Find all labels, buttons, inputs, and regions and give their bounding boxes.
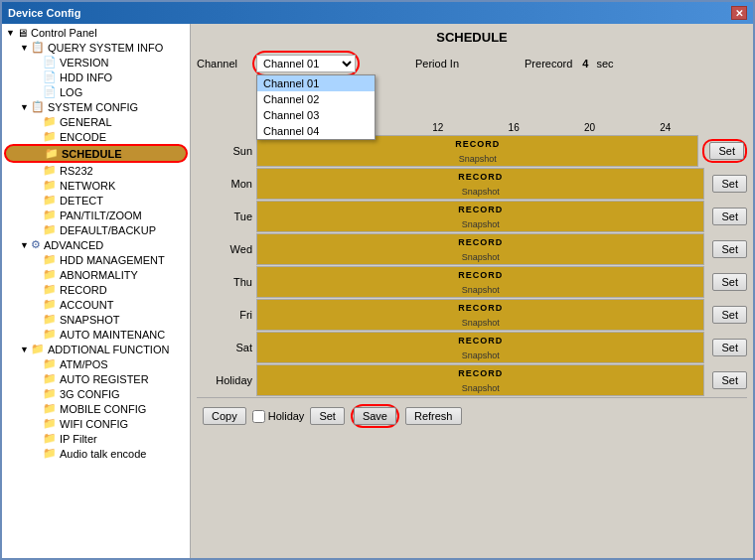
sidebar-item-rs232[interactable]: 📁 RS232 xyxy=(4,163,188,178)
day-row-thu: ThuRECORDSnapshotSet xyxy=(197,266,747,298)
snapshot-label-sat: Snapshot xyxy=(257,348,703,362)
bottom-set-button[interactable]: Set xyxy=(310,407,345,425)
snapshot-label-thu: Snapshot xyxy=(257,282,703,297)
refresh-button[interactable]: Refresh xyxy=(405,407,462,425)
record-label-sat: RECORD xyxy=(257,333,703,348)
day-label-sun: Sun xyxy=(197,145,256,157)
save-button[interactable]: Save xyxy=(354,407,396,425)
ruler-20: 20 xyxy=(551,122,627,133)
set-button-tue[interactable]: Set xyxy=(712,208,747,225)
set-btn-wrapper-sat: Set xyxy=(708,339,747,356)
day-label-tue: Tue xyxy=(197,210,256,222)
sidebar-item-ip-filter[interactable]: 📁 IP Filter xyxy=(4,431,188,446)
record-label-tue: RECORD xyxy=(257,202,703,216)
sidebar-item-hdd-management[interactable]: 📁 HDD MANAGEMENT xyxy=(4,252,188,267)
snapshot-bar-mon: Snapshot xyxy=(257,184,703,199)
set-btn-wrapper-holiday: Set xyxy=(708,371,747,389)
day-row-sat: SatRECORDSnapshotSet xyxy=(197,332,747,363)
record-label-fri: RECORD xyxy=(257,300,703,315)
sidebar-item-record[interactable]: 📁 RECORD xyxy=(4,282,188,297)
sidebar-item-atm-pos[interactable]: 📁 ATM/POS xyxy=(4,356,188,371)
sidebar-item-hdd-info[interactable]: 📄 HDD INFO xyxy=(4,70,188,84)
sidebar: ▼ 🖥 Control Panel ▼ 📋 QUERY SYSTEM INFO … xyxy=(2,24,191,558)
set-button-mon[interactable]: Set xyxy=(712,175,747,193)
record-label-holiday: RECORD xyxy=(257,365,703,380)
set-button-sun[interactable]: Set xyxy=(709,142,744,160)
snapshot-bar-fri: Snapshot xyxy=(257,315,703,330)
titlebar: Device Config ✕ xyxy=(2,2,753,24)
snapshot-label-holiday: Snapshot xyxy=(257,380,703,395)
day-bars-tue: RECORDSnapshot xyxy=(256,201,704,232)
ruler-12: 12 xyxy=(400,122,476,133)
sidebar-item-network[interactable]: 📁 NETWORK xyxy=(4,178,188,193)
close-button[interactable]: ✕ xyxy=(731,6,747,20)
day-row-fri: FriRECORDSnapshotSet xyxy=(197,299,747,331)
record-bar-sat: RECORD xyxy=(257,333,703,348)
sidebar-root[interactable]: ▼ 🖥 Control Panel xyxy=(4,26,188,40)
day-label-wed: Wed xyxy=(197,243,256,255)
day-row-holiday: HolidayRECORDSnapshotSet xyxy=(197,364,747,396)
channel-select[interactable]: Channel 01 Channel 02 Channel 03 Channel… xyxy=(256,55,356,72)
sidebar-item-mobile-config[interactable]: 📁 MOBILE CONFIG xyxy=(4,401,188,416)
dropdown-channel01[interactable]: Channel 01 xyxy=(257,75,375,91)
sidebar-item-audio-talk-encode[interactable]: 📁 Audio talk encode xyxy=(4,446,188,461)
sidebar-item-auto-maintenance[interactable]: 📁 AUTO MAINTENANC xyxy=(4,327,188,342)
prerecord-unit: sec xyxy=(596,58,613,70)
sidebar-item-account[interactable]: 📁 ACCOUNT xyxy=(4,297,188,312)
set-btn-wrapper-fri: Set xyxy=(708,306,747,324)
holiday-label: Holiday xyxy=(268,410,305,422)
channel-row: Channel Channel 01 Channel 02 Channel 03… xyxy=(197,51,747,76)
sidebar-item-version[interactable]: 📄 VERSION xyxy=(4,55,188,70)
set-button-sat[interactable]: Set xyxy=(712,339,747,356)
set-button-holiday[interactable]: Set xyxy=(712,371,747,389)
snapshot-bar-holiday: Snapshot xyxy=(257,380,703,395)
schedule-title: SCHEDULE xyxy=(197,30,747,45)
sidebar-item-auto-register[interactable]: 📁 AUTO REGISTER xyxy=(4,371,188,386)
period-label: Period In xyxy=(415,58,459,70)
snapshot-label-sun: Snapshot xyxy=(257,151,697,166)
prerecord-label: Prerecord xyxy=(525,58,572,70)
sidebar-item-abnormality[interactable]: 📁 ABNORMALITY xyxy=(4,267,188,282)
sidebar-root-label: Control Panel xyxy=(31,27,97,39)
sidebar-item-pan-tilt-zoom[interactable]: 📁 PAN/TILT/ZOOM xyxy=(4,208,188,222)
dropdown-channel04[interactable]: Channel 04 xyxy=(257,123,375,139)
copy-button[interactable]: Copy xyxy=(203,407,246,425)
set-button-thu[interactable]: Set xyxy=(712,273,747,291)
sidebar-item-log[interactable]: 📄 LOG xyxy=(4,84,188,99)
snapshot-label-fri: Snapshot xyxy=(257,315,703,330)
sidebar-item-wifi-config[interactable]: 📁 WIFI CONFIG xyxy=(4,416,188,431)
expand-icon: ▼ xyxy=(6,28,16,38)
set-button-fri[interactable]: Set xyxy=(712,306,747,324)
day-label-fri: Fri xyxy=(197,309,256,321)
snapshot-bar-wed: Snapshot xyxy=(257,249,703,264)
day-row-mon: MonRECORDSnapshotSet xyxy=(197,168,747,200)
sidebar-item-advanced[interactable]: ▼ ⚙ ADVANCED xyxy=(4,237,188,252)
sidebar-item-general[interactable]: 📁 GENERAL xyxy=(4,114,188,129)
prerecord-value: 4 xyxy=(582,58,588,70)
set-button-wed[interactable]: Set xyxy=(712,240,747,258)
sidebar-item-system-config[interactable]: ▼ 📋 SYSTEM CONFIG xyxy=(4,99,188,114)
day-label-mon: Mon xyxy=(197,178,256,190)
snapshot-label-mon: Snapshot xyxy=(257,184,703,199)
sidebar-item-snapshot[interactable]: 📁 SNAPSHOT xyxy=(4,312,188,327)
dropdown-channel03[interactable]: Channel 03 xyxy=(257,107,375,123)
dropdown-channel02[interactable]: Channel 02 xyxy=(257,91,375,107)
sidebar-item-default-backup[interactable]: 📁 DEFAULT/BACKUP xyxy=(4,222,188,237)
day-bars-holiday: RECORDSnapshot xyxy=(256,364,704,396)
record-bar-tue: RECORD xyxy=(257,202,703,216)
sidebar-item-schedule[interactable]: 📁 SCHEDULE xyxy=(4,144,188,163)
record-bar-thu: RECORD xyxy=(257,267,703,282)
record-label-thu: RECORD xyxy=(257,267,703,282)
sidebar-item-encode[interactable]: 📁 ENCODE xyxy=(4,129,188,144)
snapshot-bar-thu: Snapshot xyxy=(257,282,703,297)
holiday-checkbox-row: Holiday xyxy=(252,410,305,423)
snapshot-label-tue: Snapshot xyxy=(257,216,703,231)
sidebar-item-detect[interactable]: 📁 DETECT xyxy=(4,193,188,208)
record-label-wed: RECORD xyxy=(257,234,703,249)
sidebar-item-additional-function[interactable]: ▼ 📁 ADDTIONAL FUNCTION xyxy=(4,342,188,356)
sidebar-item-query-system-info[interactable]: ▼ 📋 QUERY SYSTEM INFO xyxy=(4,40,188,55)
holiday-checkbox[interactable] xyxy=(252,410,265,423)
record-bar-wed: RECORD xyxy=(257,234,703,249)
record-label-mon: RECORD xyxy=(257,169,703,184)
sidebar-item-3g-config[interactable]: 📁 3G CONFIG xyxy=(4,386,188,401)
